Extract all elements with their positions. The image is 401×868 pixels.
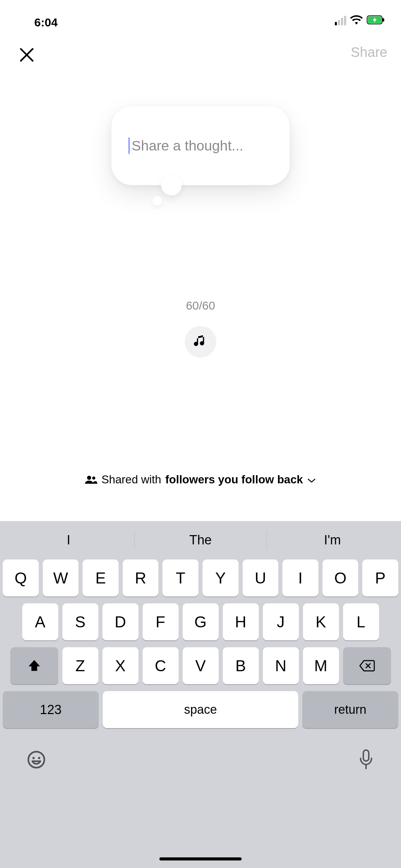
suggestion-1[interactable]: I [3, 533, 134, 547]
key-e[interactable]: E [83, 559, 119, 596]
key-y[interactable]: Y [203, 559, 239, 596]
close-icon [18, 46, 36, 64]
audience-prefix: Shared with [101, 473, 161, 486]
keyboard-row-4: 123 space return [3, 691, 398, 728]
svg-point-21 [38, 757, 40, 759]
svg-rect-9 [191, 217, 195, 231]
close-button[interactable] [16, 45, 37, 65]
caret-icon [129, 137, 130, 154]
key-m[interactable]: M [303, 647, 339, 684]
nav-bar: Share [0, 34, 401, 72]
key-n[interactable]: N [263, 647, 299, 684]
share-button[interactable]: Share [351, 45, 387, 60]
home-indicator[interactable] [159, 857, 242, 860]
svg-point-20 [33, 757, 35, 759]
composer: Share a thought... [0, 106, 401, 358]
key-p[interactable]: P [362, 559, 398, 596]
key-d[interactable]: D [102, 603, 138, 640]
microphone-icon [358, 749, 374, 771]
key-j[interactable]: J [263, 603, 299, 640]
add-music-button[interactable] [185, 326, 216, 358]
keyboard-suggestions: I The I'm [3, 525, 398, 555]
thought-bubble[interactable]: Share a thought... [111, 106, 290, 185]
battery-charging-icon [367, 15, 385, 26]
keyboard-row-1: Q W E R T Y U I O P [3, 559, 398, 596]
delete-icon [359, 660, 375, 672]
key-o[interactable]: O [323, 559, 359, 596]
thought-input-placeholder: Share a thought... [132, 138, 243, 154]
key-f[interactable]: F [143, 603, 179, 640]
key-x[interactable]: X [102, 647, 138, 684]
keyboard-bottom-bar [3, 735, 398, 772]
chevron-down-icon [307, 473, 316, 486]
svg-rect-3 [151, 183, 250, 282]
svg-rect-8 [185, 215, 200, 251]
svg-rect-11 [191, 233, 203, 255]
status-icons [335, 15, 385, 26]
dictation-button[interactable] [358, 749, 374, 772]
key-b[interactable]: B [223, 647, 259, 684]
key-a[interactable]: A [22, 603, 58, 640]
svg-rect-5 [159, 207, 183, 247]
keyboard-row-2: A S D F G H J K L [3, 603, 398, 640]
suggestion-3[interactable]: I'm [267, 533, 398, 547]
key-delete[interactable] [343, 647, 391, 684]
key-s[interactable]: S [62, 603, 98, 640]
wifi-icon [350, 15, 363, 26]
svg-point-10 [192, 222, 202, 233]
svg-point-17 [87, 476, 91, 480]
shift-icon [27, 659, 41, 673]
key-u[interactable]: U [243, 559, 279, 596]
svg-rect-23 [363, 750, 369, 761]
key-g[interactable]: G [183, 603, 219, 640]
key-l[interactable]: L [343, 603, 379, 640]
key-z[interactable]: Z [62, 647, 98, 684]
svg-rect-6 [222, 203, 242, 249]
cellular-icon [335, 16, 346, 25]
key-r[interactable]: R [123, 559, 159, 596]
key-w[interactable]: W [43, 559, 79, 596]
avatar [151, 183, 250, 282]
keyboard-row-3: Z X C V B N M [3, 647, 398, 684]
svg-rect-1 [382, 18, 384, 22]
key-v[interactable]: V [183, 647, 219, 684]
key-numbers[interactable]: 123 [3, 691, 99, 728]
status-time: 6:04 [34, 16, 58, 29]
key-t[interactable]: T [162, 559, 198, 596]
svg-point-18 [92, 477, 95, 480]
svg-point-7 [186, 200, 200, 216]
svg-point-16 [204, 225, 207, 228]
svg-point-13 [196, 224, 214, 238]
emoji-icon [27, 750, 46, 769]
svg-rect-4 [151, 253, 250, 282]
svg-point-14 [200, 227, 205, 231]
svg-point-15 [206, 230, 210, 234]
keyboard: I The I'm Q W E R T Y U I O P A S D F G … [0, 521, 401, 868]
key-i[interactable]: I [282, 559, 318, 596]
key-c[interactable]: C [143, 647, 179, 684]
audience-value: followers you follow back [165, 473, 303, 486]
music-icon [193, 335, 208, 349]
key-k[interactable]: K [303, 603, 339, 640]
key-shift[interactable] [10, 647, 58, 684]
key-q[interactable]: Q [3, 559, 39, 596]
audience-selector[interactable]: Shared with followers you follow back [0, 473, 401, 486]
key-space[interactable]: space [103, 691, 298, 728]
character-counter: 60/60 [186, 299, 215, 312]
key-h[interactable]: H [223, 603, 259, 640]
suggestion-2[interactable]: The [135, 533, 266, 547]
people-icon [85, 475, 97, 484]
svg-point-19 [28, 752, 45, 768]
svg-point-12 [202, 201, 215, 217]
status-bar: 6:04 [0, 0, 401, 34]
emoji-button[interactable] [27, 750, 46, 771]
key-return[interactable]: return [302, 691, 398, 728]
